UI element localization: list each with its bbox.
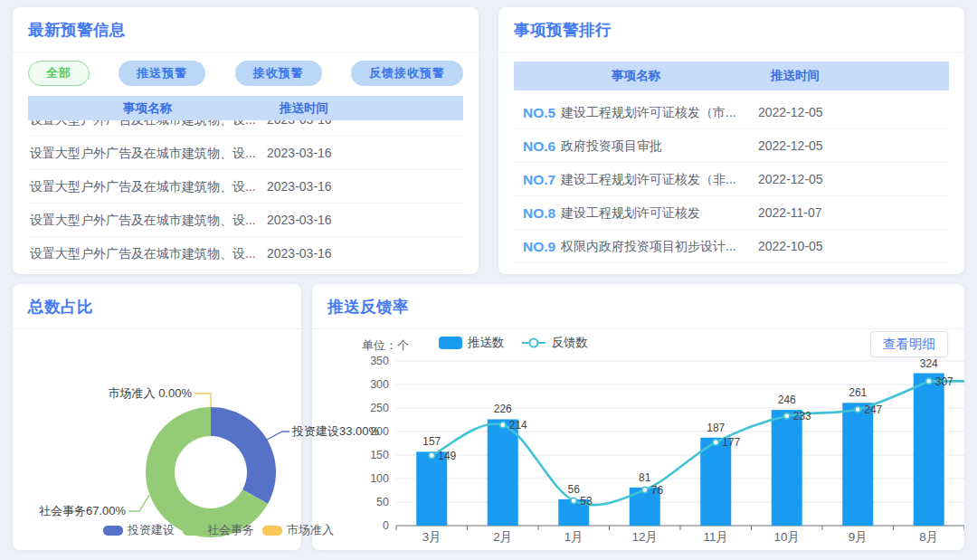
alert-item-name: 设置大型户外广告及在城市建筑物、设... xyxy=(28,237,267,270)
legend-swatch-icon xyxy=(183,526,203,536)
ranking-item-name: 权限内政府投资项目初步设计... xyxy=(561,230,758,263)
x-axis-label: 3月 xyxy=(422,530,441,544)
col-item-name: 事项名称 xyxy=(28,100,267,117)
pie-legend-item-1[interactable]: 社会事务 xyxy=(183,522,254,538)
chart-toolbar: 单位：个 推送数 反馈数 查看明细 xyxy=(312,331,964,358)
push-feedback-title: 推送反馈率 xyxy=(312,284,964,329)
filter-button-0[interactable]: 全部 xyxy=(28,61,90,86)
donut-label: 市场准入 0.00% xyxy=(109,386,193,400)
legend-bar-label: 推送数 xyxy=(468,335,505,351)
donut-label-line xyxy=(267,432,289,440)
rank-badge: NO.9 xyxy=(514,230,561,263)
ranking-push-time: 2022-10-05 xyxy=(758,230,949,263)
x-axis-label: 2月 xyxy=(493,530,512,544)
donut-slice-0[interactable] xyxy=(211,407,276,504)
ranking-rows: NO.5建设工程规划许可证核发（市...2022-12-05NO.6政府投资项目… xyxy=(514,96,949,263)
x-axis-label: 1月 xyxy=(564,530,583,544)
bar-value-label: 187 xyxy=(707,422,725,434)
y-axis-label: 0 xyxy=(383,519,389,532)
alert-push-time: 2023-03-16 xyxy=(267,170,463,203)
donut-legend: 投资建设社会事务市场准入 xyxy=(103,522,342,538)
table-row[interactable]: 设置大型户外广告及在城市建筑物、设...2023-03-16 xyxy=(28,204,463,237)
filter-buttons: 全部推送预警接收预警反馈接收预警 xyxy=(28,61,463,86)
y-axis-label: 100 xyxy=(370,472,389,485)
table-row[interactable]: 设置大型户外广告及在城市建筑物、设...2023-03-16 xyxy=(28,137,463,170)
col-push-time: 推送时间 xyxy=(758,68,949,84)
line-value-label: 233 xyxy=(793,410,811,422)
alerts-rows: 设置大型户外广告及在城市建筑物、设...2023-03-16设置大型户外广告及在… xyxy=(28,120,463,271)
line-point-3月[interactable] xyxy=(429,452,434,458)
rank-badge: NO.6 xyxy=(514,129,561,163)
donut-label-line xyxy=(128,495,149,511)
rank-badge: NO.8 xyxy=(514,196,561,230)
alert-ranking-panel: 事项预警排行 事项名称 推送时间 NO.5建设工程规划许可证核发（市...202… xyxy=(498,7,964,274)
legend-swatch-icon xyxy=(262,526,282,536)
bar-9月[interactable] xyxy=(842,403,873,526)
total-share-title: 总数占比 xyxy=(13,284,301,329)
bar-3月[interactable] xyxy=(416,451,447,526)
alert-item-name: 设置大型户外广告及在城市建筑物、设... xyxy=(28,137,267,169)
line-value-label: 307 xyxy=(935,375,953,388)
y-axis-label: 150 xyxy=(370,449,389,461)
pie-legend-item-2[interactable]: 市场准入 xyxy=(262,522,334,538)
line-point-12月[interactable] xyxy=(642,487,648,492)
col-item-name: 事项名称 xyxy=(514,68,758,84)
ranking-item-name: 建设工程规划许可证核发（市... xyxy=(561,96,758,129)
table-row[interactable]: 设置大型户外广告及在城市建筑物、设...2023-03-16 xyxy=(28,170,463,204)
donut-chart[interactable]: 投资建设33.00%社会事务67.00%市场准入 0.00% xyxy=(13,327,301,517)
x-axis-label: 8月 xyxy=(919,530,938,544)
bar-value-label: 324 xyxy=(920,357,938,370)
ranking-item-name: 政府投资项目审批 xyxy=(561,129,758,163)
alert-item-name: 设置大型户外广告及在城市建筑物、设... xyxy=(28,170,267,203)
alert-push-time: 2023-03-16 xyxy=(267,137,463,169)
bar-value-label: 246 xyxy=(778,394,796,406)
alert-push-time: 2023-03-16 xyxy=(267,120,463,136)
latest-alerts-title: 最新预警信息 xyxy=(13,7,479,52)
table-row[interactable]: NO.6政府投资项目审批2022-12-05 xyxy=(514,129,949,163)
bar-8月[interactable] xyxy=(914,374,944,526)
table-row[interactable]: 设置大型户外广告及在城市建筑物、设...2023-03-16 xyxy=(28,120,463,137)
view-detail-button[interactable]: 查看明细 xyxy=(870,331,948,357)
bar-swatch-icon xyxy=(439,337,462,349)
table-row[interactable]: NO.7建设工程规划许可证核发（非...2022-12-05 xyxy=(514,163,949,196)
line-point-1月[interactable] xyxy=(571,498,576,503)
table-row[interactable]: NO.5建设工程规划许可证核发（市...2022-12-05 xyxy=(514,96,949,129)
alerts-table-header: 事项名称 推送时间 xyxy=(28,96,463,120)
bar-11月[interactable] xyxy=(700,438,731,526)
push-feedback-panel: 推送反馈率 单位：个 推送数 反馈数 查看明细 0501001502002503… xyxy=(312,284,964,550)
donut-label: 社会事务67.00% xyxy=(39,504,127,517)
x-axis-label: 12月 xyxy=(631,530,658,544)
legend-item-line[interactable]: 反馈数 xyxy=(521,335,589,351)
table-row[interactable]: NO.8建设工程规划许可证核发2022-11-07 xyxy=(514,196,949,230)
y-axis-label: 300 xyxy=(370,378,389,391)
total-share-panel: 总数占比 投资建设33.00%社会事务67.00%市场准入 0.00% 投资建设… xyxy=(13,284,301,550)
pie-legend-label: 市场准入 xyxy=(287,522,334,538)
latest-alerts-panel: 最新预警信息 全部推送预警接收预警反馈接收预警 事项名称 推送时间 设置大型户外… xyxy=(13,7,479,274)
legend-item-bar[interactable]: 推送数 xyxy=(439,335,505,351)
ranking-item-name: 建设工程规划许可证核发 xyxy=(561,196,758,230)
bar-line-chart[interactable]: 0501001502002503003503月2月1月12月11月10月9月8月… xyxy=(312,326,964,550)
ranking-push-time: 2022-12-05 xyxy=(758,96,949,129)
alerts-table-body: 设置大型户外广告及在城市建筑物、设...2023-03-16设置大型户外广告及在… xyxy=(28,120,463,272)
bar-2月[interactable] xyxy=(488,419,518,526)
line-value-label: 214 xyxy=(509,419,527,432)
rank-badge: NO.5 xyxy=(514,96,561,129)
line-point-8月[interactable] xyxy=(926,378,932,384)
filter-button-1[interactable]: 推送预警 xyxy=(119,61,205,86)
ranking-push-time: 2022-11-07 xyxy=(758,196,949,230)
filter-button-2[interactable]: 接收预警 xyxy=(235,61,322,86)
table-row[interactable]: 设置大型户外广告及在城市建筑物、设...2023-03-16 xyxy=(28,237,463,271)
line-point-2月[interactable] xyxy=(500,422,506,428)
bar-10月[interactable] xyxy=(772,410,802,526)
line-value-label: 76 xyxy=(651,484,664,497)
pie-legend-item-0[interactable]: 投资建设 xyxy=(103,522,175,538)
legend-swatch-icon xyxy=(103,526,123,536)
line-point-10月[interactable] xyxy=(784,413,790,419)
table-row[interactable]: NO.9权限内政府投资项目初步设计...2022-10-05 xyxy=(514,230,949,263)
line-value-label: 149 xyxy=(438,450,456,462)
unit-label: 单位：个 xyxy=(362,337,409,354)
filter-button-3[interactable]: 反馈接收预警 xyxy=(351,61,463,86)
line-point-9月[interactable] xyxy=(855,406,860,412)
line-point-11月[interactable] xyxy=(713,440,718,445)
ranking-item-name: 建设工程规划许可证核发（非... xyxy=(561,163,758,196)
